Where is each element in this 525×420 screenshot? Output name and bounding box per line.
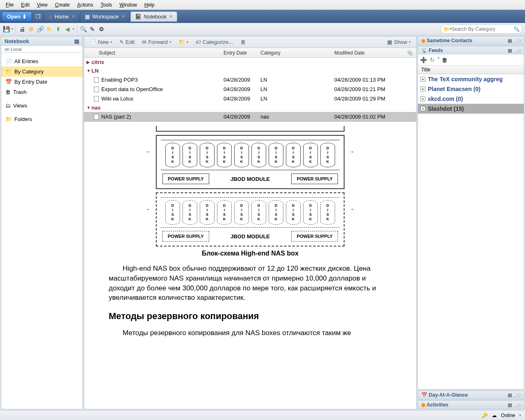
table-row[interactable]: Export data to OpenOffice04/28/2009LN04/… — [84, 84, 416, 94]
col-category[interactable]: Category — [260, 50, 334, 56]
maximize-icon[interactable]: □ — [518, 48, 520, 53]
nav-folders[interactable]: 📁 Folders — [1, 114, 82, 124]
search-box[interactable]: 📁 ▾ 🔍 — [441, 25, 523, 34]
forward-button[interactable]: ✉ Forward ▾ — [139, 38, 174, 46]
maximize-icon[interactable]: □ — [518, 393, 520, 398]
download-icon: ⬇ — [22, 14, 27, 20]
tab-workspace[interactable]: ▦ Workspace ✕ — [80, 11, 130, 22]
refresh-icon[interactable]: ↻ — [46, 25, 53, 33]
open-button[interactable]: Open ⬇ — [2, 11, 32, 22]
category-row[interactable]: ▼nas — [84, 103, 416, 112]
nav-by-entry-date[interactable]: 📅 By Entry Date — [1, 77, 82, 87]
sametime-section: ◉ Sametime Contacts ▤_□ — [418, 36, 524, 45]
category-row[interactable]: ▶citrix — [84, 58, 416, 66]
col-modified[interactable]: Modified Date — [334, 50, 392, 56]
menu-actions[interactable]: Actions — [74, 1, 96, 9]
tab-notebook[interactable]: 📓 Notebook ✕ — [130, 11, 178, 22]
menu-create[interactable]: Create — [52, 1, 73, 9]
menu-help[interactable]: Help — [141, 1, 158, 9]
feed-column-header[interactable]: Title — [418, 66, 524, 74]
minimize-icon[interactable]: _ — [514, 393, 516, 398]
table-row[interactable]: NAS (part 2)04/28/2009nas04/28/2009 01:0… — [84, 112, 416, 121]
link-icon[interactable]: 🔗 — [37, 25, 44, 33]
close-icon[interactable]: ✕ — [169, 14, 173, 19]
binoculars-icon[interactable]: 🔍 — [80, 25, 87, 33]
dropdown-icon: ▾ — [187, 40, 188, 44]
menu-icon[interactable]: ▤ — [508, 48, 512, 53]
search-icon[interactable]: 🔍 — [514, 26, 520, 32]
nav-by-category[interactable]: 📁 By Category — [1, 66, 82, 77]
nav-label: Folders — [14, 116, 32, 122]
edit-icon[interactable]: ✎ — [89, 25, 96, 33]
dropdown-icon[interactable]: ▾ — [73, 27, 74, 31]
edit-button[interactable]: ✎ Edit — [116, 38, 138, 46]
menu-icon[interactable]: ▤ — [508, 393, 512, 398]
jbod-module-dashed: ← → DISKDISKDISKDISKDISKDISKDISKDISKDISK… — [156, 192, 345, 247]
minimize-icon[interactable]: _ — [514, 402, 516, 408]
maximize-icon[interactable]: □ — [518, 38, 520, 43]
tab-bar: Open ⬇ ❐ ⌂ Home ✕ ▦ Workspace ✕ 📓 Notebo… — [0, 10, 525, 23]
folder-button[interactable]: 📁 ▾ — [175, 38, 192, 46]
search-input[interactable] — [451, 26, 514, 32]
dropdown-icon[interactable]: ▾ — [438, 56, 439, 64]
feed-list: +The TeX community aggreg+Planet Emacsen… — [418, 74, 524, 389]
menu-icon[interactable]: ▤ — [508, 38, 512, 43]
tab-home[interactable]: ⌂ Home ✕ — [44, 11, 80, 22]
maximize-icon[interactable]: □ — [518, 402, 520, 408]
nav-all-entries[interactable]: 📄 All Entries — [1, 56, 82, 66]
dropdown-icon[interactable]: ▾ — [11, 27, 13, 31]
calendar-icon: 📅 — [421, 392, 427, 398]
back-icon[interactable]: ◀ — [64, 25, 71, 33]
menu-file[interactable]: File — [2, 1, 17, 9]
close-icon[interactable]: ✕ — [121, 14, 125, 19]
nav-trash[interactable]: 🗑 Trash — [1, 87, 82, 97]
delete-icon[interactable]: 🗑 — [441, 56, 448, 64]
disk-icon: DISK — [286, 200, 301, 225]
table-row[interactable]: Enabling POP304/28/2009LN04/28/2009 01:1… — [84, 75, 416, 84]
sametime-icon: ◉ — [421, 38, 425, 43]
delete-button[interactable]: 🗑 — [237, 38, 249, 46]
menu-icon[interactable]: ▤ — [508, 402, 512, 408]
menu-icon[interactable]: ▤ — [74, 38, 79, 44]
disk-icon: DISK — [217, 143, 232, 167]
menu-edit[interactable]: Edit — [18, 1, 33, 9]
grid-icon: ▦ — [85, 14, 90, 20]
cloud-icon[interactable]: ☁ — [492, 413, 497, 418]
categorize-button[interactable]: 🏷 Categorize... — [192, 38, 236, 46]
disk-icon: DISK — [320, 143, 335, 167]
print-icon[interactable]: 🖨 — [18, 25, 26, 33]
add-feed-icon[interactable]: ➕ — [420, 56, 427, 64]
minimize-icon[interactable]: _ — [514, 48, 516, 53]
feed-item[interactable]: +xkcd.com (0) — [418, 94, 524, 104]
close-icon[interactable]: ✕ — [71, 14, 75, 19]
disk-icon: DISK — [251, 200, 266, 225]
up-icon[interactable]: ⬆ — [55, 25, 62, 33]
content-viewer[interactable]: ← → DISKDISKDISKDISKDISKDISKDISKDISKDISK… — [84, 122, 416, 409]
new-button[interactable]: 📄 New ▾ — [87, 38, 115, 46]
grid-body: ▶citrix▼LNEnabling POP304/28/2009LN04/28… — [84, 58, 416, 122]
menu-view[interactable]: View — [34, 1, 51, 9]
refresh-icon[interactable]: ↻ — [429, 56, 436, 64]
feed-item[interactable]: +Slashdot (15) — [418, 104, 524, 114]
dropdown-icon[interactable]: ▾ — [519, 413, 521, 417]
key-icon[interactable]: 🔑 — [482, 413, 488, 418]
diagram-caption: Блок-схема High-end NAS box — [92, 250, 408, 257]
table-row[interactable]: Wiki на Lotus04/28/2009LN04/28/2009 01:2… — [84, 94, 416, 103]
nav-label: By Entry Date — [14, 79, 47, 85]
feed-item[interactable]: +The TeX community aggreg — [418, 74, 524, 84]
col-subject[interactable]: Subject — [84, 50, 224, 56]
edit-icon: ✎ — [119, 39, 124, 45]
show-button[interactable]: ▦ Show ▾ — [384, 38, 414, 46]
nav-views[interactable]: 🗂 Views — [1, 100, 82, 111]
save-icon[interactable]: 💾 — [2, 25, 10, 33]
properties-icon[interactable]: ⚙ — [98, 25, 105, 33]
minimize-icon[interactable]: _ — [514, 38, 516, 43]
menu-tools[interactable]: Tools — [97, 1, 115, 9]
tab-windows[interactable]: ❐ — [33, 11, 43, 22]
menu-window[interactable]: Window — [116, 1, 140, 9]
cancel-icon[interactable]: ⊘ — [27, 25, 35, 33]
col-entry-date[interactable]: Entry Date — [224, 50, 260, 56]
attachment-icon[interactable]: 📎 — [392, 50, 416, 56]
feed-item[interactable]: +Planet Emacsen (0) — [418, 84, 524, 94]
category-row[interactable]: ▼LN — [84, 66, 416, 75]
